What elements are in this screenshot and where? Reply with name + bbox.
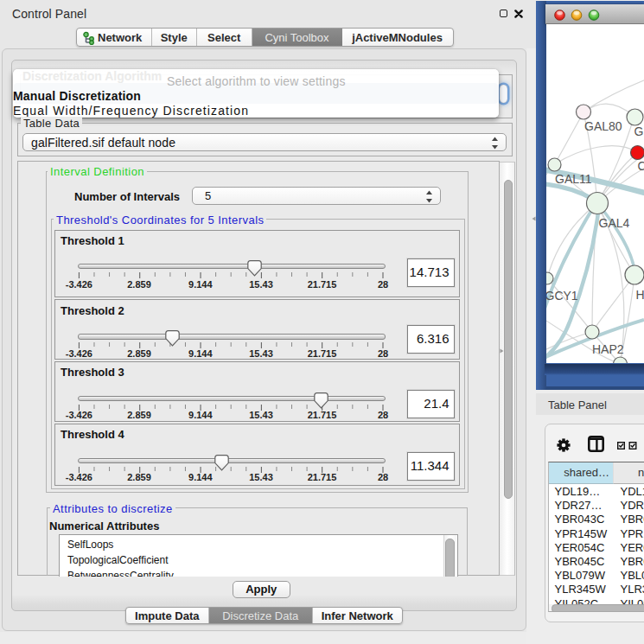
- svg-text:GAL80: GAL80: [584, 119, 622, 133]
- svg-text:HAP2: HAP2: [592, 342, 624, 356]
- svg-text:GCY1: GCY1: [546, 289, 578, 303]
- svg-text:GAL11: GAL11: [555, 172, 592, 186]
- svg-text:HI: HI: [636, 288, 644, 302]
- svg-text:G.: G.: [634, 124, 644, 138]
- svg-text:GAL4: GAL4: [599, 216, 630, 230]
- svg-text:C.: C.: [638, 159, 644, 173]
